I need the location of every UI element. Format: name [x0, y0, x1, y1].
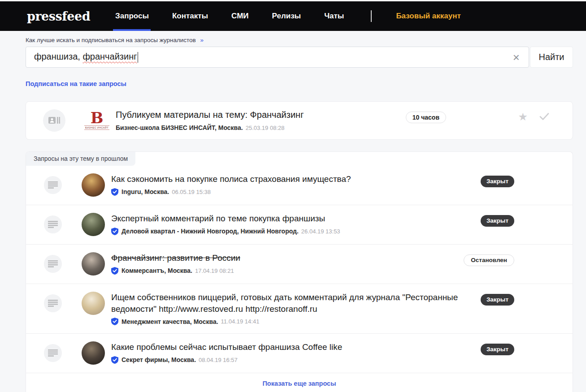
search-help-text: Как лучше искать и подписываться на запр…	[26, 37, 196, 43]
request-source: Коммерсантъ, Москва.	[122, 267, 192, 274]
main-menu: Запросы Контакты СМИ Релизы Чаты	[115, 1, 367, 31]
search-help-link[interactable]: Как лучше искать и подписываться на запр…	[26, 37, 573, 43]
history-tab-label: Запросы на эту тему в прошлом	[26, 152, 135, 166]
verified-shield-icon	[111, 228, 118, 235]
featured-request-title[interactable]: Публикуем материалы на тему: Франчайзинг	[116, 110, 304, 120]
featured-request-card[interactable]: B БИЗНЕС ИНСАЙТ Публикуем материалы на т…	[26, 101, 573, 140]
mark-done-check-icon[interactable]	[539, 112, 549, 122]
request-text: Экспертный комментарий по теме покупка ф…	[111, 213, 481, 236]
search-input[interactable]: франшиза, франчайзинг ×	[26, 47, 529, 68]
business-insight-logo: B БИЗНЕС ИНСАЙТ	[84, 111, 109, 130]
nav-item-requests[interactable]: Запросы	[115, 1, 149, 31]
request-source: Менеджмент качества, Москва.	[122, 318, 218, 325]
request-row[interactable]: Как сэкономить на покупке полиса страхов…	[26, 166, 573, 205]
time-left-badge: 10 часов	[406, 112, 446, 123]
text-cursor	[138, 52, 139, 63]
subscribe-link[interactable]: Подписаться на такие запросы	[26, 80, 126, 87]
status-badge: Закрыт	[481, 215, 514, 227]
request-title[interactable]: Как сэкономить на покупке полиса страхов…	[111, 173, 463, 185]
nav-item-media[interactable]: СМИ	[231, 1, 248, 31]
page-content: Как лучше искать и подписываться на запр…	[0, 37, 586, 392]
search-input-value: франшиза, франчайзинг	[34, 52, 138, 63]
request-datetime: 26.04.19 13:53	[301, 228, 340, 235]
request-source: Секрет фирмы, Москва.	[122, 356, 196, 363]
pressfeed-logo[interactable]: pressfeed	[27, 9, 90, 23]
interview-request-icon	[43, 109, 65, 132]
request-source: Деловой квартал - Нижний Новгород, Нижни…	[122, 228, 299, 235]
request-text: Какие проблемы сейчас испытывает франшиз…	[111, 341, 481, 365]
favorite-star-icon[interactable]: ★	[518, 112, 528, 122]
show-more-section: Показать еще запросы	[26, 373, 573, 392]
featured-datetime: 25.03.19 08:28	[246, 125, 285, 131]
journalist-avatar	[82, 173, 105, 197]
text-request-icon	[44, 255, 62, 273]
request-title[interactable]: Ищем собственников пиццерий, готовых дат…	[111, 292, 463, 314]
request-row[interactable]: Франчайзинг: развитие в России Коммерсан…	[26, 244, 573, 284]
status-badge: Закрыт	[481, 344, 514, 355]
status-badge: Закрыт	[481, 176, 514, 187]
status-badge: Закрыт	[481, 294, 514, 306]
text-request-icon	[44, 176, 62, 194]
verified-shield-icon	[111, 188, 118, 196]
text-request-icon	[44, 215, 62, 233]
request-text: Ищем собственников пиццерий, готовых дат…	[111, 292, 481, 325]
verified-shield-icon	[111, 267, 118, 275]
request-title[interactable]: Франчайзинг: развитие в России	[111, 252, 446, 264]
top-navbar: pressfeed Запросы Контакты СМИ Релизы Ча…	[0, 1, 586, 31]
request-text: Как сэкономить на покупке полиса страхов…	[111, 173, 481, 197]
request-row[interactable]: Какие проблемы сейчас испытывает франшиз…	[26, 333, 573, 373]
text-request-icon	[44, 294, 62, 312]
account-plan-link[interactable]: Базовый аккаунт	[396, 12, 460, 21]
featured-source: Бизнес-школа БИЗНЕС ИНСАЙТ, Москва.	[116, 124, 243, 131]
status-badge: Остановлен	[464, 254, 514, 266]
request-text: Франчайзинг: развитие в России Коммерсан…	[111, 252, 464, 276]
request-row[interactable]: Экспертный комментарий по теме покупка ф…	[26, 205, 573, 244]
request-datetime: 08.04.19 16:57	[199, 357, 238, 363]
search-submit-button[interactable]: Найти	[530, 47, 573, 68]
journalist-avatar	[82, 252, 105, 276]
featured-request-text: Публикуем материалы на тему: Франчайзинг…	[116, 110, 304, 131]
request-row[interactable]: Ищем собственников пиццерий, готовых дат…	[26, 284, 573, 333]
text-request-icon	[44, 344, 62, 362]
nav-item-contacts[interactable]: Контакты	[172, 1, 208, 31]
request-title[interactable]: Какие проблемы сейчас испытывает франшиз…	[111, 341, 463, 353]
verified-shield-icon	[111, 356, 118, 364]
search-bar: франшиза, франчайзинг × Найти	[26, 47, 573, 68]
nav-item-releases[interactable]: Релизы	[272, 1, 301, 31]
request-source: Inguru, Москва.	[122, 188, 169, 195]
request-datetime: 06.05.19 15:38	[172, 189, 211, 195]
arrow-right-icon: »	[200, 37, 204, 43]
show-more-link[interactable]: Показать еще запросы	[262, 380, 336, 387]
journalist-avatar	[82, 341, 105, 365]
nav-divider	[371, 10, 372, 22]
journalist-avatar	[82, 213, 105, 236]
journalist-avatar	[82, 292, 105, 315]
history-rows: Как сэкономить на покупке полиса страхов…	[26, 166, 573, 373]
request-datetime: 17.04.19 08:21	[195, 267, 234, 274]
spellcheck-word: франчайзинг	[82, 52, 137, 61]
nav-item-chats[interactable]: Чаты	[324, 1, 344, 31]
request-title[interactable]: Экспертный комментарий по теме покупка ф…	[111, 213, 463, 224]
verified-shield-icon	[111, 318, 118, 325]
request-datetime: 11.04.19 14:41	[221, 318, 260, 325]
clear-search-icon[interactable]: ×	[510, 52, 522, 63]
history-card: Запросы на эту тему в прошлом Как сэконо…	[26, 151, 573, 392]
